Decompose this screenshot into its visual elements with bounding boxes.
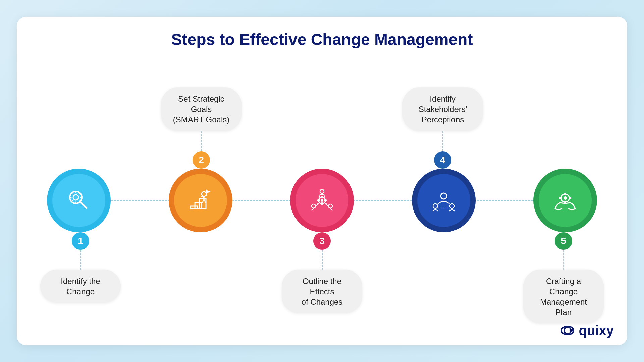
step-2-circle-wrapper — [169, 169, 232, 232]
top-labels-row: Set Strategic Goals(SMART Goals) 2 Ident… — [37, 115, 607, 169]
svg-point-40 — [564, 196, 567, 200]
top-slot-2: Set Strategic Goals(SMART Goals) 2 — [168, 87, 235, 169]
top-slot-4: Identify Stakeholders'Perceptions 4 — [409, 87, 476, 169]
svg-line-36 — [437, 203, 439, 205]
step-4-outer — [412, 169, 476, 232]
num-badge-1: 1 — [72, 232, 89, 250]
svg-line-37 — [448, 203, 451, 205]
label-box-2: Set Strategic Goals(SMART Goals) — [161, 87, 241, 131]
num-badge-3: 3 — [313, 232, 331, 250]
step-1-outer — [47, 169, 111, 232]
svg-rect-12 — [199, 199, 206, 209]
logo-text: quixy — [579, 323, 614, 338]
svg-point-26 — [320, 189, 324, 193]
step-3-inner — [296, 174, 348, 227]
steps-container: Set Strategic Goals(SMART Goals) 2 Ident… — [37, 115, 607, 286]
svg-rect-44 — [569, 197, 571, 199]
step-2-icon — [185, 185, 216, 216]
svg-line-2 — [80, 201, 87, 208]
label-box-5: Crafting a ChangeManagement Plan — [523, 270, 604, 324]
step-3-circle-wrapper — [290, 169, 354, 232]
svg-point-1 — [73, 195, 78, 200]
step-5-icon — [550, 185, 580, 216]
svg-marker-19 — [206, 190, 211, 193]
svg-point-47 — [570, 329, 573, 332]
quixy-logo-icon — [559, 322, 576, 339]
bottom-labels-row: 1 Identify the Change 3 Outline the Effe… — [37, 232, 607, 286]
svg-line-17 — [204, 199, 206, 203]
label-box-4: Identify Stakeholders'Perceptions — [402, 87, 483, 131]
circles-row — [37, 169, 607, 232]
step-1-icon — [64, 185, 94, 216]
v-connector-bottom-3 — [322, 250, 323, 270]
step-3-outer — [290, 169, 354, 232]
svg-rect-23 — [321, 202, 323, 205]
svg-point-33 — [441, 193, 447, 199]
svg-point-28 — [328, 204, 332, 208]
svg-point-13 — [202, 192, 206, 196]
logo-area: quixy — [559, 322, 614, 339]
diagram-area: Set Strategic Goals(SMART Goals) 2 Ident… — [37, 65, 607, 335]
step-5-inner — [539, 174, 592, 227]
num-badge-4: 4 — [434, 151, 451, 169]
step-1-circle-wrapper — [47, 169, 111, 232]
step-4-circle-wrapper — [412, 169, 476, 232]
svg-rect-43 — [559, 197, 562, 199]
label-box-1: Identify the Change — [40, 270, 121, 303]
step-2-inner — [174, 174, 227, 227]
svg-rect-41 — [564, 193, 566, 195]
step-2-outer — [169, 169, 232, 232]
num-badge-5: 5 — [555, 232, 572, 250]
step-3-icon — [307, 185, 337, 216]
step-4-inner — [417, 174, 470, 227]
label-box-3: Outline the Effectsof Changes — [282, 270, 362, 313]
step-4-icon — [429, 185, 459, 216]
svg-point-21 — [321, 199, 323, 202]
bottom-slot-5: 5 Crafting a ChangeManagement Plan — [530, 232, 597, 324]
step-5-outer — [533, 169, 597, 232]
num-badge-2: 2 — [193, 151, 210, 169]
svg-rect-22 — [321, 196, 323, 198]
page-title: Steps to Effective Change Management — [171, 30, 473, 49]
step-1-inner — [52, 174, 105, 227]
v-connector-bottom-1 — [80, 250, 81, 270]
main-card: Steps to Effective Change Management Set… — [17, 17, 627, 345]
v-connector-top-2 — [201, 131, 202, 151]
step-5-circle-wrapper — [533, 169, 597, 232]
bottom-slot-1: 1 Identify the Change — [47, 232, 114, 303]
svg-line-16 — [202, 199, 204, 203]
v-connector-top-4 — [442, 131, 443, 151]
svg-point-27 — [312, 204, 316, 208]
svg-point-46 — [564, 327, 571, 334]
bottom-slot-3: 3 Outline the Effectsof Changes — [288, 232, 356, 313]
v-connector-bottom-5 — [563, 250, 564, 270]
